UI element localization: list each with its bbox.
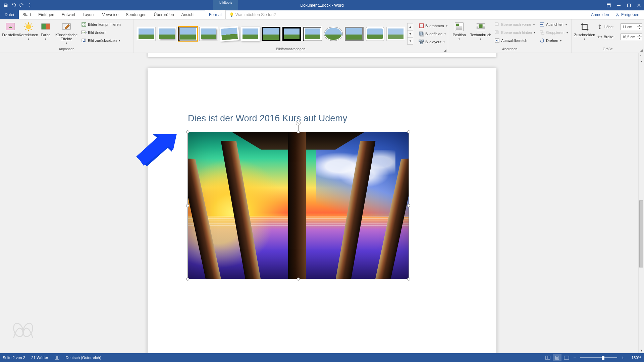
style-item-10[interactable] bbox=[324, 27, 343, 41]
style-item-2[interactable] bbox=[158, 27, 176, 41]
zoom-percent[interactable]: 130% bbox=[627, 356, 641, 360]
picture-effects-button[interactable]: Bildeffekte bbox=[417, 30, 449, 38]
style-item-13[interactable] bbox=[386, 27, 405, 41]
style-item-4[interactable] bbox=[199, 27, 218, 41]
remove-background-button[interactable]: Freistellen bbox=[2, 21, 19, 38]
group-adjust: Freistellen Korrekturen▾ Farbe▾ Künstler… bbox=[0, 19, 133, 53]
vertical-scrollbar[interactable]: ˄ ▲ ▼ bbox=[638, 53, 644, 353]
svg-rect-23 bbox=[479, 24, 483, 28]
tab-references[interactable]: Verweise bbox=[98, 10, 122, 19]
scroll-thumb[interactable] bbox=[639, 200, 643, 267]
style-item-5[interactable] bbox=[220, 26, 239, 42]
status-spellcheck[interactable] bbox=[54, 355, 60, 360]
selection-pane-button[interactable]: Auswahlbereich bbox=[493, 37, 537, 44]
svg-rect-30 bbox=[542, 32, 544, 35]
height-up[interactable]: ▲ bbox=[637, 24, 642, 27]
view-web-layout[interactable] bbox=[562, 354, 571, 361]
compress-pictures-button[interactable]: Bilder komprimieren bbox=[80, 21, 122, 28]
picture-layout-icon bbox=[419, 39, 424, 45]
position-button[interactable]: Position▾ bbox=[450, 21, 468, 41]
lightbulb-icon: 💡 bbox=[229, 12, 234, 17]
send-backward-button[interactable]: Ebene nach hinten bbox=[493, 29, 537, 36]
picture-layout-button[interactable]: Bildlayout bbox=[417, 38, 449, 46]
size-dialog-launcher[interactable]: ◢ bbox=[639, 48, 643, 52]
page[interactable]: Dies ist der Word 2016 Kurs auf Udemy bbox=[148, 68, 496, 353]
window-title: Dokument1.docx - Word bbox=[300, 3, 343, 8]
gallery-more-button[interactable]: ▾ bbox=[408, 38, 413, 44]
align-button[interactable]: Ausrichten bbox=[538, 21, 569, 28]
color-button[interactable]: Farbe▾ bbox=[38, 21, 53, 41]
picture-border-button[interactable]: Bildrahmen bbox=[417, 22, 449, 29]
sign-in-link[interactable]: Anmelden bbox=[589, 10, 611, 19]
tab-format[interactable]: Format bbox=[205, 10, 226, 19]
maximize-button[interactable] bbox=[624, 0, 634, 10]
document-heading[interactable]: Dies ist der Word 2016 Kurs auf Udemy bbox=[188, 113, 347, 124]
save-button[interactable] bbox=[2, 2, 9, 9]
view-print-layout[interactable] bbox=[553, 354, 561, 361]
height-input[interactable] bbox=[621, 25, 637, 29]
group-objects-button[interactable]: Gruppieren bbox=[538, 29, 569, 36]
selected-picture[interactable]: ⟲ bbox=[188, 132, 409, 279]
tab-review[interactable]: Überprüfen bbox=[150, 10, 178, 19]
scroll-down-button[interactable]: ▼ bbox=[639, 348, 644, 353]
qat-customize-button[interactable]: ‾▾ bbox=[26, 2, 34, 9]
svg-rect-20 bbox=[420, 42, 422, 44]
artistic-effects-icon bbox=[61, 21, 72, 32]
width-input[interactable] bbox=[621, 35, 637, 39]
style-item-11[interactable] bbox=[345, 27, 364, 41]
tell-me-search[interactable]: 💡 Was möchten Sie tun? bbox=[226, 10, 276, 19]
gallery-scroll-up[interactable]: ▲ bbox=[408, 23, 413, 31]
redo-button[interactable] bbox=[18, 2, 25, 9]
ribbon-display-options-button[interactable] bbox=[604, 0, 614, 10]
text-wrap-button[interactable]: Textumbruch▾ bbox=[470, 21, 492, 41]
tab-file[interactable]: Datei bbox=[0, 10, 19, 19]
corrections-button[interactable]: Korrekturen▾ bbox=[20, 21, 37, 41]
svg-rect-27 bbox=[496, 31, 499, 34]
reset-picture-button[interactable]: Bild zurücksetzen bbox=[80, 37, 122, 44]
change-picture-button[interactable]: Bild ändern bbox=[80, 29, 122, 36]
style-item-7[interactable] bbox=[262, 27, 280, 41]
width-down[interactable]: ▼ bbox=[637, 37, 642, 40]
height-spinner[interactable]: ▲▼ bbox=[621, 23, 642, 30]
zoom-out-button[interactable]: − bbox=[572, 355, 578, 360]
document-area[interactable]: Dies ist der Word 2016 Kurs auf Udemy bbox=[0, 53, 644, 353]
zoom-in-button[interactable]: + bbox=[620, 355, 626, 360]
tab-layout[interactable]: Layout bbox=[79, 10, 98, 19]
rotate-button[interactable]: Drehen bbox=[538, 37, 569, 44]
collapse-ribbon-button[interactable]: ˄ bbox=[638, 54, 643, 59]
minimize-button[interactable] bbox=[614, 0, 624, 10]
style-item-9[interactable] bbox=[303, 27, 322, 41]
view-read-mode[interactable] bbox=[543, 354, 552, 361]
style-item-8[interactable] bbox=[282, 27, 301, 41]
style-item-3[interactable] bbox=[178, 27, 197, 41]
style-item-1[interactable] bbox=[137, 27, 156, 41]
scroll-up-button[interactable]: ▲ bbox=[639, 58, 644, 64]
tab-design[interactable]: Entwurf bbox=[58, 10, 79, 19]
status-language[interactable]: Deutsch (Österreich) bbox=[66, 356, 101, 360]
close-button[interactable] bbox=[634, 0, 644, 10]
zoom-slider[interactable] bbox=[580, 357, 617, 358]
share-button[interactable]: Freigeben bbox=[613, 10, 641, 19]
style-item-12[interactable] bbox=[366, 27, 384, 41]
svg-rect-13 bbox=[82, 31, 85, 34]
status-word-count[interactable]: 21 Wörter bbox=[31, 356, 48, 360]
undo-button[interactable] bbox=[10, 2, 17, 9]
style-item-6[interactable] bbox=[241, 27, 260, 41]
styles-dialog-launcher[interactable]: ◢ bbox=[443, 48, 447, 52]
crop-button[interactable]: Zuschneiden▾ bbox=[574, 21, 596, 41]
color-icon bbox=[40, 21, 51, 32]
tab-home[interactable]: Start bbox=[19, 10, 35, 19]
watermark-icon bbox=[10, 320, 36, 343]
width-spinner[interactable]: ▲▼ bbox=[621, 34, 642, 40]
width-up[interactable]: ▲ bbox=[637, 34, 642, 37]
gallery-scroll-down[interactable]: ▼ bbox=[408, 31, 413, 38]
bring-forward-button[interactable]: Ebene nach vorne bbox=[493, 21, 537, 28]
height-down[interactable]: ▼ bbox=[637, 27, 642, 30]
artistic-effects-button[interactable]: Künstlerische Effekte▾ bbox=[54, 21, 78, 45]
tab-insert[interactable]: Einfügen bbox=[35, 10, 58, 19]
tab-mailings[interactable]: Sendungen bbox=[122, 10, 150, 19]
status-page[interactable]: Seite 2 von 2 bbox=[3, 356, 25, 360]
svg-point-7 bbox=[26, 24, 31, 29]
tab-view[interactable]: Ansicht bbox=[178, 10, 198, 19]
zoom-slider-knob[interactable] bbox=[602, 356, 604, 360]
